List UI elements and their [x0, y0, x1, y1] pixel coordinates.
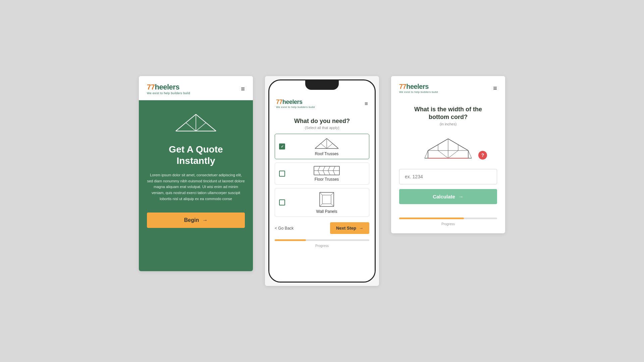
screen1-logo-title: 77heelers [147, 83, 190, 92]
screen1-hero: Get A Quote Instantly Lorem ipsum dolor … [139, 100, 253, 271]
option-floor-trusses-content: Floor Trusses [288, 166, 365, 182]
screen3-main: What is the width of the bottom cord? (i… [391, 99, 505, 212]
svg-line-29 [331, 192, 334, 195]
screen1-card: 77heelers We exist to help builders buil… [139, 76, 253, 271]
screen3-hamburger-icon[interactable]: ≡ [493, 85, 497, 92]
svg-rect-27 [322, 195, 331, 204]
screen2-question-title: What do you need? [276, 117, 368, 125]
screen1-hero-text: Lorem ipsum dolor sit amet, consectetuer… [147, 172, 245, 202]
screen2-progress-bar-bg [275, 239, 369, 241]
screen1-logo-subtitle: We exist to help builders build [147, 92, 190, 95]
checkbox-wall-panels[interactable] [279, 199, 285, 205]
begin-button[interactable]: Begin → [147, 213, 245, 228]
svg-line-7 [206, 123, 216, 131]
svg-line-20 [328, 166, 330, 171]
screen3-question: What is the width of the bottom cord? (i… [399, 106, 497, 126]
hamburger-menu-icon[interactable]: ≡ [241, 85, 245, 92]
option-floor-trusses-label: Floor Trusses [315, 177, 339, 182]
svg-line-19 [323, 166, 325, 171]
screen2-progress-label: Progress [315, 244, 329, 248]
svg-line-15 [333, 143, 338, 148]
svg-line-14 [315, 143, 321, 148]
svg-line-28 [320, 192, 322, 195]
svg-line-41 [438, 150, 448, 158]
phone-notch [305, 80, 339, 90]
phone-mockup: 77heelers We exist to help builders buil… [268, 79, 376, 283]
svg-line-31 [331, 204, 334, 206]
option-floor-trusses[interactable]: Floor Trusses [275, 163, 369, 185]
option-roof-trusses-content: Roof Trusses [288, 137, 365, 156]
help-badge[interactable]: ? [478, 151, 487, 160]
screen2-inner: 77heelers We exist to help builders buil… [269, 94, 375, 282]
screen2-hamburger-icon[interactable]: ≡ [365, 101, 368, 107]
checkbox-floor-trusses[interactable] [279, 171, 285, 177]
screen3-progress-bar-fill [399, 218, 464, 219]
screen3-progress-bar-bg [399, 218, 497, 219]
checkbox-roof-trusses[interactable]: ✓ [279, 143, 285, 149]
screen3-logo-title: 77heelers [399, 83, 438, 90]
hero-truss-illustration [172, 111, 219, 136]
screen2-question-section: What do you need? (Select all that apply… [269, 112, 375, 134]
svg-line-24 [328, 171, 330, 175]
svg-line-30 [320, 204, 322, 206]
option-wall-panels-content: Wall Panels [288, 191, 365, 214]
option-roof-trusses[interactable]: ✓ [275, 134, 369, 159]
screen3-question-subtitle: (in inches) [399, 122, 497, 126]
screen3-question-title: What is the width of the bottom cord? [399, 106, 497, 121]
svg-line-4 [186, 123, 196, 131]
calculate-button[interactable]: Calculate → [399, 189, 497, 204]
svg-line-21 [333, 166, 335, 171]
svg-line-6 [176, 123, 186, 131]
svg-line-44 [425, 150, 428, 158]
screen3-card: 77heelers We exist to help builders buil… [391, 76, 505, 233]
screen3-header: 77heelers We exist to help builders buil… [391, 76, 505, 99]
svg-line-23 [323, 171, 325, 175]
screen1-hero-title: Get A Quote Instantly [169, 144, 223, 166]
next-step-button[interactable]: Next Step → [330, 222, 369, 234]
svg-line-18 [318, 166, 320, 171]
screen2-progress-bar-fill [275, 239, 306, 241]
svg-line-22 [318, 171, 320, 175]
screens-container: 77heelers We exist to help builders buil… [125, 56, 519, 306]
option-wall-panels-label: Wall Panels [316, 209, 337, 214]
svg-line-5 [196, 123, 206, 131]
svg-line-12 [321, 143, 327, 148]
screen1-header: 77heelers We exist to help builders buil… [139, 76, 253, 100]
screen3-progress-section: Progress [391, 212, 505, 233]
width-input[interactable] [399, 169, 497, 184]
screen3-progress-label: Progress [441, 222, 455, 226]
svg-line-13 [327, 143, 333, 148]
svg-line-25 [333, 171, 335, 175]
screen3-logo-subtitle: We exist to help builders build [399, 90, 438, 94]
screen2-phone-outer: 77heelers We exist to help builders buil… [265, 76, 379, 286]
option-roof-trusses-label: Roof Trusses [315, 152, 339, 156]
screen2-nav-row: < Go Back Next Step → [269, 217, 375, 237]
screen3-truss-diagram: ? [399, 132, 497, 162]
screen2-logo: 77heelers We exist to help builders buil… [276, 99, 315, 109]
go-back-button[interactable]: < Go Back [275, 226, 293, 231]
svg-line-45 [468, 150, 472, 158]
screen2-progress-section: Progress [269, 237, 375, 252]
screen2-header: 77heelers We exist to help builders buil… [269, 94, 375, 112]
screen3-logo: 77heelers We exist to help builders buil… [399, 83, 438, 94]
screen2-question-subtitle: (Select all that apply) [276, 126, 368, 130]
screen2-logo-title: 77heelers [276, 99, 315, 106]
screen2-logo-subtitle: We exist to help builders build [276, 106, 315, 109]
svg-line-42 [448, 150, 458, 158]
option-wall-panels[interactable]: Wall Panels [275, 188, 369, 217]
screen1-logo: 77heelers We exist to help builders buil… [147, 83, 190, 95]
options-list: ✓ [269, 134, 375, 217]
